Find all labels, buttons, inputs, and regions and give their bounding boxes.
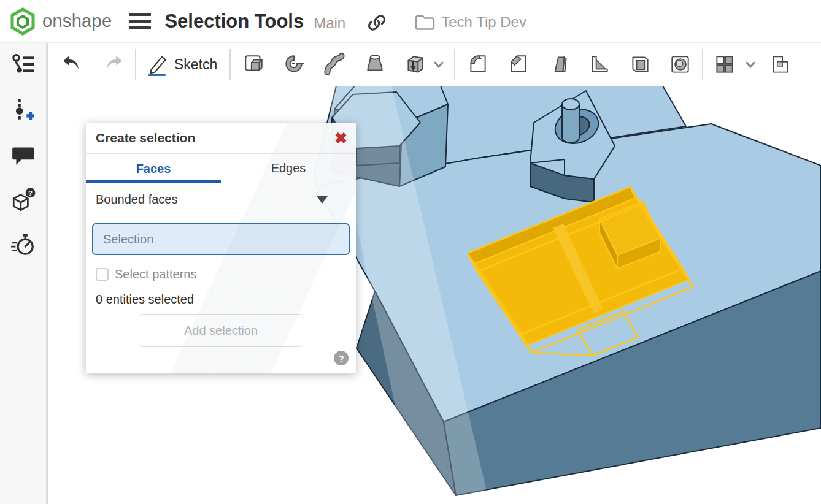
toolbar-separator [229, 49, 231, 80]
dialog-title: Create selection [96, 131, 195, 145]
share-link-icon[interactable] [368, 13, 386, 32]
feature-toolbar: Sketch [48, 43, 821, 86]
chevron-down-icon[interactable] [744, 58, 757, 71]
workspace-label[interactable]: Main [314, 15, 345, 32]
document-title: Selection Tools [164, 10, 304, 32]
app-header: onshape Selection Tools Main Tech Tip De… [0, 0, 821, 43]
shell-icon[interactable] [628, 53, 652, 76]
tab-faces[interactable]: Faces [86, 154, 221, 183]
extrude-icon[interactable] [242, 53, 265, 76]
onshape-logo-icon[interactable] [9, 7, 37, 36]
create-selection-dialog: Create selection ✖ Faces Edges Bounded f… [86, 123, 356, 373]
select-patterns-label: Select patterns [115, 267, 196, 281]
close-icon[interactable]: ✖ [334, 131, 347, 146]
boolean-icon[interactable] [769, 53, 793, 76]
learning-help-icon[interactable]: ? [10, 187, 36, 213]
hole-icon[interactable] [669, 53, 692, 76]
hamburger-menu-icon[interactable] [129, 13, 151, 29]
performance-timer-icon[interactable] [10, 232, 36, 258]
insert-feature-icon[interactable] [10, 97, 36, 123]
undo-icon[interactable] [60, 53, 83, 76]
draft-icon[interactable] [547, 53, 571, 76]
left-panel-sidebar: ? [0, 43, 48, 504]
face-filter-dropdown[interactable]: Bounded faces [86, 183, 356, 215]
brand-name: onshape [42, 11, 112, 31]
help-icon[interactable]: ? [334, 351, 349, 365]
sweep-icon[interactable] [323, 53, 346, 76]
loft-icon[interactable] [363, 53, 387, 76]
select-patterns-checkbox[interactable] [96, 268, 109, 281]
folder-icon[interactable] [414, 13, 435, 31]
rib-icon[interactable] [588, 53, 611, 76]
linear-pattern-icon[interactable] [713, 53, 736, 76]
chevron-down-icon[interactable] [432, 58, 445, 71]
thicken-icon[interactable] [404, 53, 427, 76]
toolbar-separator [135, 49, 136, 80]
fillet-icon[interactable] [466, 53, 490, 76]
dialog-tabs: Faces Edges [86, 153, 356, 183]
face-filter-value: Bounded faces [96, 193, 177, 207]
feature-list-icon[interactable] [10, 53, 36, 78]
svg-text:?: ? [28, 189, 33, 197]
sketch-pencil-icon [146, 53, 169, 76]
add-selection-button[interactable]: Add selection [139, 314, 303, 347]
chamfer-icon[interactable] [507, 53, 530, 76]
entities-selected-status: 0 entities selected [96, 292, 346, 307]
sketch-button-label: Sketch [174, 56, 217, 73]
selection-input[interactable] [92, 223, 350, 255]
comments-icon[interactable] [10, 142, 36, 168]
sketch-button[interactable]: Sketch [146, 53, 217, 76]
redo-icon[interactable] [102, 53, 125, 76]
toolbar-separator [454, 49, 455, 80]
dropdown-caret-icon [317, 196, 328, 204]
active-tab-underline [86, 180, 221, 183]
toolbar-separator [702, 49, 703, 80]
divider [93, 215, 349, 215]
folder-name[interactable]: Tech Tip Dev [441, 13, 526, 31]
bracket-pin-top [562, 99, 579, 110]
revolve-icon[interactable] [282, 53, 306, 76]
tab-edges[interactable]: Edges [221, 154, 356, 183]
